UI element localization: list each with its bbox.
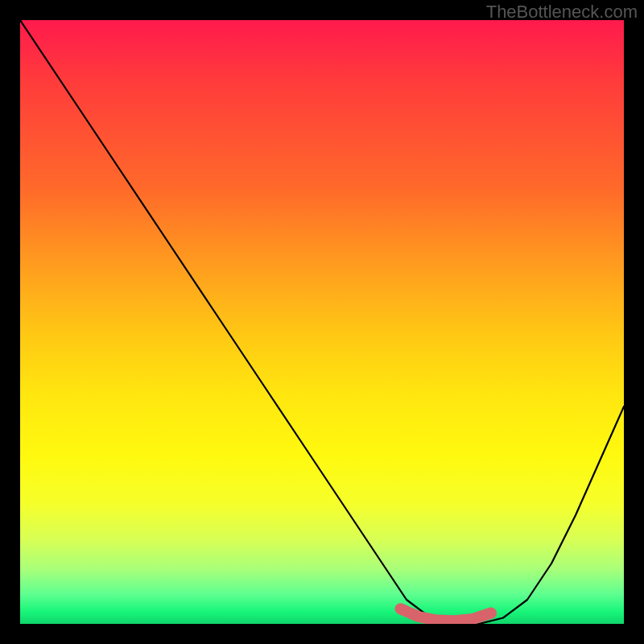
chart-svg [20, 20, 624, 624]
chart-plot-area [20, 20, 624, 624]
bottleneck-curve-line [20, 20, 624, 624]
watermark-text: TheBottleneck.com [486, 2, 638, 23]
optimal-zone-highlight [401, 609, 492, 621]
